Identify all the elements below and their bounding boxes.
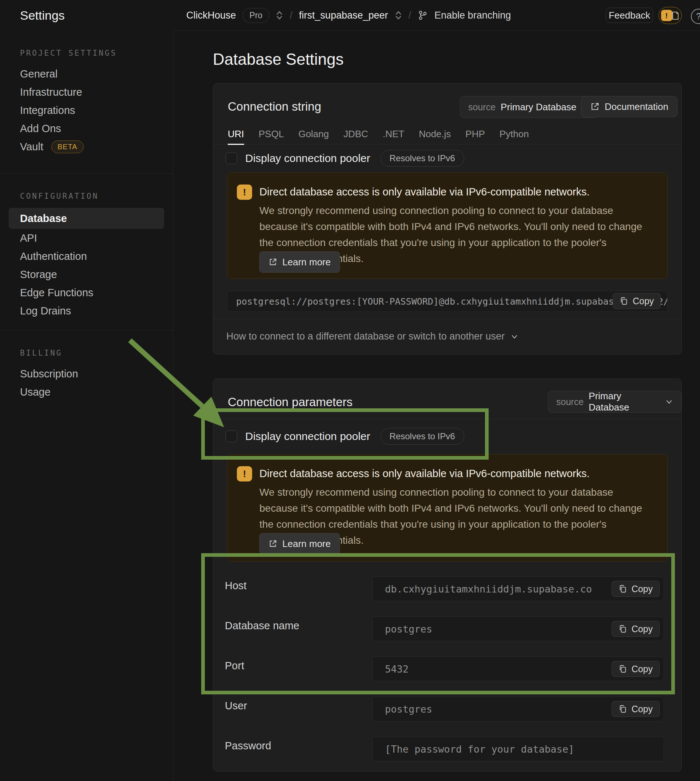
sidebar-item-subscription[interactable]: Subscription xyxy=(0,365,173,383)
copy-icon xyxy=(618,584,627,593)
display-connection-pooler-checkbox[interactable] xyxy=(225,152,237,164)
source-select[interactable]: source Primary Database xyxy=(548,391,682,413)
sidebar-item-api[interactable]: API xyxy=(0,229,173,247)
feedback-button[interactable]: Feedback xyxy=(606,8,653,23)
port-input[interactable]: 5432 Copy xyxy=(372,656,664,681)
breadcrumb-separator: / xyxy=(408,10,412,21)
breadcrumb: ClickHouse Pro / first_supabase_peer / E… xyxy=(186,0,511,30)
copy-icon xyxy=(618,624,627,633)
tab-golang[interactable]: Golang xyxy=(298,124,329,145)
pooler-label: Display connection pooler xyxy=(245,152,370,165)
sidebar-item-database[interactable]: Database xyxy=(9,208,164,229)
copy-label: Copy xyxy=(632,584,653,594)
user-value: postgres xyxy=(385,704,432,715)
enable-branching-link[interactable]: Enable branching xyxy=(434,10,511,21)
chevrons-updown-icon[interactable] xyxy=(276,10,283,21)
git-branch-icon xyxy=(418,10,428,21)
source-select-value: Primary Database xyxy=(589,390,660,413)
tab-uri[interactable]: URI xyxy=(228,124,244,145)
field-label-password: Password xyxy=(225,740,271,752)
field-label-database-name: Database name xyxy=(225,620,300,632)
tab-php[interactable]: PHP xyxy=(465,124,485,145)
page-header-title: Settings xyxy=(20,0,65,30)
breadcrumb-separator: / xyxy=(290,10,293,21)
copy-label: Copy xyxy=(632,704,653,714)
chevron-down-icon xyxy=(665,398,673,406)
copy-button[interactable]: Copy xyxy=(612,701,660,717)
learn-more-label: Learn more xyxy=(282,257,331,268)
connection-uri-box: postgresql://postgres:[YOUR-PASSWORD]@db… xyxy=(227,291,668,312)
source-select-value: Primary Database xyxy=(501,102,576,113)
copy-icon xyxy=(620,297,628,305)
copy-icon xyxy=(618,664,627,673)
resolves-ipv6-badge: Resolves to IPv6 xyxy=(380,428,464,445)
sidebar-item-label: Vault xyxy=(20,141,43,153)
copy-icon xyxy=(618,704,627,713)
sidebar-item-infrastructure[interactable]: Infrastructure xyxy=(0,83,173,101)
alert-icon: ! xyxy=(237,185,252,200)
breadcrumb-org[interactable]: ClickHouse xyxy=(186,10,236,21)
connect-help-expander[interactable]: How to connect to a different database o… xyxy=(226,319,518,354)
sidebar-item-edge-functions[interactable]: Edge Functions xyxy=(0,284,173,302)
sidebar-item-add-ons[interactable]: Add Ons xyxy=(0,119,173,138)
tab-dotnet[interactable]: .NET xyxy=(383,124,404,145)
sidebar-item-integrations[interactable]: Integrations xyxy=(0,101,173,119)
breadcrumb-project[interactable]: first_supabase_peer xyxy=(299,10,388,21)
warning-title: Direct database access is only available… xyxy=(259,186,589,198)
documentation-button[interactable]: Documentation xyxy=(581,96,677,117)
warning-badge-icon: ! xyxy=(661,10,672,21)
notification-indicator[interactable]: ! xyxy=(658,7,682,24)
sidebar-item-log-drains[interactable]: Log Drains xyxy=(0,302,173,320)
copy-button[interactable]: Copy xyxy=(612,581,660,597)
section-heading-project-settings: PROJECT SETTINGS xyxy=(20,48,173,58)
tab-python[interactable]: Python xyxy=(500,124,529,145)
ipv6-warning-box: ! Direct database access is only availab… xyxy=(227,454,668,562)
sidebar-divider xyxy=(0,330,173,330)
warning-title: Direct database access is only available… xyxy=(259,468,589,480)
tab-nodejs[interactable]: Node.js xyxy=(419,124,451,145)
external-link-icon xyxy=(268,258,277,266)
copy-label: Copy xyxy=(633,296,654,306)
field-label-port: Port xyxy=(225,660,244,672)
plan-badge: Pro xyxy=(243,8,270,23)
beta-badge: BETA xyxy=(51,140,84,153)
host-input[interactable]: db.cxhygiuitamxhniiddjm.supabase.co Copy xyxy=(372,576,664,601)
external-link-icon xyxy=(590,102,600,111)
field-label-host: Host xyxy=(225,580,247,592)
card-title: Connection parameters xyxy=(228,395,353,409)
settings-sidebar: PROJECT SETTINGS General Infrastructure … xyxy=(0,30,173,781)
documentation-label: Documentation xyxy=(605,101,668,112)
password-input[interactable]: [The password for your database] xyxy=(372,737,664,761)
section-heading-billing: BILLING xyxy=(20,348,173,358)
sidebar-item-authentication[interactable]: Authentication xyxy=(0,247,173,265)
copy-button[interactable]: Copy xyxy=(612,661,660,677)
learn-more-label: Learn more xyxy=(282,538,331,549)
sidebar-item-general[interactable]: General xyxy=(0,65,173,83)
pooler-toggle-row: Display connection pooler Resolves to IP… xyxy=(225,148,464,169)
pooler-toggle-row: Display connection pooler Resolves to IP… xyxy=(225,426,464,447)
page-title: Database Settings xyxy=(213,50,344,68)
copy-button[interactable]: Copy xyxy=(613,293,661,309)
connection-parameters-card: Connection parameters source Primary Dat… xyxy=(213,379,682,771)
host-value: db.cxhygiuitamxhniiddjm.supabase.co xyxy=(385,583,592,595)
chevrons-updown-icon[interactable] xyxy=(395,10,402,21)
tab-psql[interactable]: PSQL xyxy=(259,124,284,145)
card-header-divider xyxy=(213,419,682,419)
user-input[interactable]: postgres Copy xyxy=(372,697,664,721)
copy-label: Copy xyxy=(632,664,653,674)
password-placeholder: [The password for your database] xyxy=(385,744,574,755)
source-select-prefix: source xyxy=(556,397,583,407)
copy-button[interactable]: Copy xyxy=(612,621,660,637)
sidebar-item-usage[interactable]: Usage xyxy=(0,383,173,401)
learn-more-button[interactable]: Learn more xyxy=(259,533,340,554)
sidebar-item-storage[interactable]: Storage xyxy=(0,265,173,284)
source-select[interactable]: source Primary Database xyxy=(460,96,598,118)
tab-jdbc[interactable]: JDBC xyxy=(343,124,368,145)
alert-icon: ! xyxy=(237,466,252,481)
learn-more-button[interactable]: Learn more xyxy=(259,252,340,273)
display-connection-pooler-checkbox[interactable] xyxy=(225,431,237,442)
database-name-input[interactable]: postgres Copy xyxy=(372,616,664,641)
sidebar-item-vault[interactable]: Vault BETA xyxy=(0,138,173,156)
ipv6-warning-box: ! Direct database access is only availab… xyxy=(227,172,668,279)
port-value: 5432 xyxy=(385,663,408,675)
